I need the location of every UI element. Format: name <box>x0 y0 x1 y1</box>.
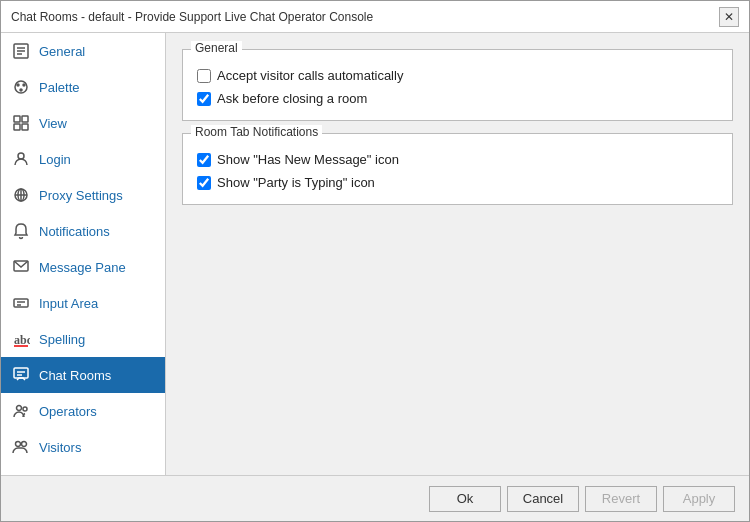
spelling-icon: abc <box>11 329 31 349</box>
close-button[interactable]: ✕ <box>719 7 739 27</box>
cancel-button[interactable]: Cancel <box>507 486 579 512</box>
checkbox-ask-before-close[interactable] <box>197 92 211 106</box>
content-area: General Accept visitor calls automatical… <box>166 33 749 475</box>
sidebar-item-proxy-settings[interactable]: Proxy Settings <box>1 177 165 213</box>
sidebar-item-operators[interactable]: Operators <box>1 393 165 429</box>
sidebar-label-chat-rooms: Chat Rooms <box>39 368 111 383</box>
svg-rect-18 <box>14 299 28 307</box>
main-content: GeneralPaletteViewLoginProxy SettingsNot… <box>1 33 749 475</box>
svg-point-12 <box>18 153 24 159</box>
sidebar-item-login[interactable]: Login <box>1 141 165 177</box>
notifications-icon <box>11 221 31 241</box>
svg-text:abc: abc <box>14 333 30 347</box>
general-icon <box>11 41 31 61</box>
message-pane-icon <box>11 257 31 277</box>
app-window: Chat Rooms - default - Provide Support L… <box>0 0 750 522</box>
sidebar-item-notifications[interactable]: Notifications <box>1 213 165 249</box>
sidebar-label-operators: Operators <box>39 404 97 419</box>
room-tab-options: Show "Has New Message" iconShow "Party i… <box>197 152 718 190</box>
general-group: General Accept visitor calls automatical… <box>182 49 733 121</box>
svg-point-26 <box>17 406 22 411</box>
sidebar-label-message-pane: Message Pane <box>39 260 126 275</box>
sidebar-item-general[interactable]: General <box>1 33 165 69</box>
apply-button[interactable]: Apply <box>663 486 735 512</box>
label-show-party-typing[interactable]: Show "Party is Typing" icon <box>217 175 375 190</box>
chat-rooms-icon <box>11 365 31 385</box>
title-bar: Chat Rooms - default - Provide Support L… <box>1 1 749 33</box>
checkbox-row-show-has-new-message: Show "Has New Message" icon <box>197 152 718 167</box>
sidebar-label-palette: Palette <box>39 80 79 95</box>
svg-rect-23 <box>14 368 28 378</box>
sidebar-label-spelling: Spelling <box>39 332 85 347</box>
checkbox-show-has-new-message[interactable] <box>197 153 211 167</box>
visitors-icon <box>11 437 31 457</box>
proxy-icon <box>11 185 31 205</box>
svg-rect-11 <box>22 124 28 130</box>
checkbox-row-accept-visitor: Accept visitor calls automatically <box>197 68 718 83</box>
checkbox-row-show-party-typing: Show "Party is Typing" icon <box>197 175 718 190</box>
revert-button[interactable]: Revert <box>585 486 657 512</box>
view-icon <box>11 113 31 133</box>
checkbox-accept-visitor[interactable] <box>197 69 211 83</box>
sidebar-item-view[interactable]: View <box>1 105 165 141</box>
operators-icon <box>11 401 31 421</box>
sidebar-label-input-area: Input Area <box>39 296 98 311</box>
sidebar-label-general: General <box>39 44 85 59</box>
svg-point-5 <box>17 84 19 86</box>
sidebar-label-view: View <box>39 116 67 131</box>
palette-icon <box>11 77 31 97</box>
sidebar-item-message-pane[interactable]: Message Pane <box>1 249 165 285</box>
sidebar-item-input-area[interactable]: Input Area <box>1 285 165 321</box>
footer: Ok Cancel Revert Apply <box>1 475 749 521</box>
sidebar-item-visitors[interactable]: Visitors <box>1 429 165 465</box>
general-options: Accept visitor calls automaticallyAsk be… <box>197 68 718 106</box>
sidebar-label-notifications: Notifications <box>39 224 110 239</box>
svg-rect-10 <box>14 124 20 130</box>
label-accept-visitor[interactable]: Accept visitor calls automatically <box>217 68 403 83</box>
sidebar-item-geo-location[interactable]: Geo-Location <box>1 465 165 475</box>
checkbox-show-party-typing[interactable] <box>197 176 211 190</box>
input-area-icon <box>11 293 31 313</box>
room-tab-group: Room Tab Notifications Show "Has New Mes… <box>182 133 733 205</box>
label-ask-before-close[interactable]: Ask before closing a room <box>217 91 367 106</box>
room-tab-legend: Room Tab Notifications <box>191 125 322 139</box>
svg-rect-9 <box>22 116 28 122</box>
svg-point-7 <box>20 89 22 91</box>
svg-rect-8 <box>14 116 20 122</box>
window-title: Chat Rooms - default - Provide Support L… <box>11 10 373 24</box>
sidebar-item-chat-rooms[interactable]: Chat Rooms <box>1 357 165 393</box>
sidebar-label-visitors: Visitors <box>39 440 81 455</box>
sidebar: GeneralPaletteViewLoginProxy SettingsNot… <box>1 33 166 475</box>
login-icon <box>11 149 31 169</box>
checkbox-row-ask-before-close: Ask before closing a room <box>197 91 718 106</box>
sidebar-label-login: Login <box>39 152 71 167</box>
sidebar-item-palette[interactable]: Palette <box>1 69 165 105</box>
svg-point-29 <box>22 442 27 447</box>
ok-button[interactable]: Ok <box>429 486 501 512</box>
sidebar-item-spelling[interactable]: abcSpelling <box>1 321 165 357</box>
general-legend: General <box>191 41 242 55</box>
label-show-has-new-message[interactable]: Show "Has New Message" icon <box>217 152 399 167</box>
svg-point-27 <box>23 407 27 411</box>
sidebar-label-proxy-settings: Proxy Settings <box>39 188 123 203</box>
svg-point-6 <box>23 84 25 86</box>
svg-point-28 <box>16 442 21 447</box>
